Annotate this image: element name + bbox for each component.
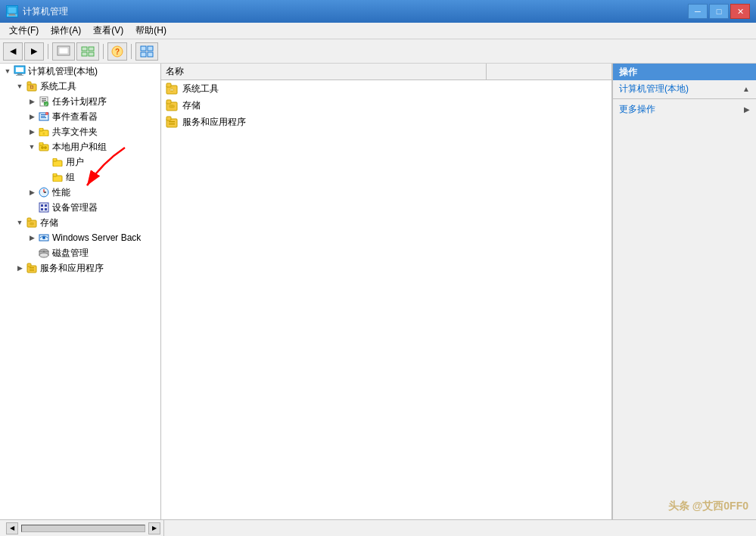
window-title: 计算机管理 (23, 5, 68, 18)
action-more[interactable]: 更多操作 ▶ (613, 101, 756, 117)
svg-rect-47 (39, 203, 48, 212)
close-button[interactable]: ✕ (730, 4, 750, 19)
svg-rect-1 (9, 14, 15, 15)
svg-rect-68 (170, 89, 173, 91)
actions-header: 操作 (613, 64, 756, 80)
tree-root[interactable]: ▼ 计算机管理(本地) (0, 64, 160, 79)
toolbar-btn-1[interactable] (52, 42, 75, 61)
actions-panel: 操作 计算机管理(本地) ▲ 更多操作 ▶ (612, 64, 756, 519)
svg-point-40 (41, 146, 44, 149)
tree-windows-server-backup[interactable]: ▶ Windows Server Back (0, 230, 160, 245)
svg-rect-45 (53, 173, 57, 176)
svg-rect-6 (89, 47, 94, 51)
svg-rect-75 (169, 123, 175, 125)
system-tools-expander: ▼ (14, 80, 26, 92)
shared-folders-label: 共享文件夹 (52, 126, 98, 139)
users-folder-icon (51, 156, 64, 168)
scroll-left-btn[interactable]: ◀ (6, 522, 18, 534)
task-icon: ✓ (38, 95, 50, 108)
system-tools-label: 系统工具 (40, 80, 76, 93)
svg-rect-5 (82, 47, 87, 51)
groups-label: 组 (66, 171, 75, 184)
help-button[interactable]: ? (107, 42, 127, 61)
task-expander: ▶ (26, 95, 38, 108)
action-primary[interactable]: 计算机管理(本地) ▲ (613, 80, 756, 97)
svg-rect-13 (141, 52, 146, 57)
perf-expander: ▶ (26, 186, 38, 198)
menu-view[interactable]: 查看(V) (87, 23, 129, 39)
action-more-label: 更多操作 (619, 103, 744, 116)
svg-rect-32 (41, 117, 46, 118)
tree-event-viewer[interactable]: ▶ ! 事件查看器 (0, 109, 160, 124)
menu-help[interactable]: 帮助(H) (129, 23, 173, 39)
performance-icon (38, 186, 50, 198)
svg-rect-8 (89, 52, 94, 56)
local-users-label: 本地用户和组 (52, 141, 107, 154)
toolbar-btn-2[interactable] (76, 42, 99, 61)
main-container: ▼ 计算机管理(本地) ▼ (0, 64, 756, 519)
svg-rect-62 (27, 263, 31, 266)
event-icon: ! (38, 111, 50, 123)
tree-storage[interactable]: ▼ 存储 (0, 215, 160, 230)
toolbar-separator-3 (131, 44, 132, 59)
computer-icon (14, 65, 26, 77)
maximize-button[interactable]: □ (709, 4, 729, 19)
content-system-tools-icon (166, 83, 178, 95)
event-viewer-label: 事件查看器 (52, 111, 98, 123)
tree-users[interactable]: ▶ 用户 (0, 154, 160, 170)
svg-rect-17 (17, 73, 22, 75)
tree-shared-folders[interactable]: ▶ ≡ 共享文件夹 (0, 124, 160, 139)
content-row-services[interactable]: 服务和应用程序 (161, 114, 611, 130)
svg-rect-2 (8, 15, 16, 16)
storage-expander: ▼ (14, 217, 26, 229)
tree-services[interactable]: ▶ 服务和应用程序 (0, 260, 160, 276)
disk-management-label: 磁盘管理 (52, 247, 89, 260)
shared-expander: ▶ (26, 126, 38, 138)
svg-rect-74 (169, 121, 175, 123)
menu-file[interactable]: 文件(F) (3, 23, 45, 39)
tree-local-users[interactable]: ▼ 本地用户和组 (0, 139, 160, 154)
window-controls: ─ □ ✕ (688, 4, 750, 19)
content-row-system-tools[interactable]: 系统工具 (161, 80, 611, 97)
forward-button[interactable]: ▶ (24, 42, 44, 61)
menu-action[interactable]: 操作(A) (45, 23, 87, 39)
actions-header-label: 操作 (619, 66, 637, 79)
svg-rect-16 (16, 67, 23, 72)
tree-task-scheduler[interactable]: ▶ ✓ 任务计划程序 (0, 94, 160, 109)
svg-rect-51 (45, 208, 47, 210)
minimize-button[interactable]: ─ (688, 4, 708, 19)
local-users-icon (38, 141, 50, 153)
extra-button[interactable] (135, 42, 158, 61)
tree-device-manager[interactable]: ▶ 设备管理器 (0, 200, 160, 215)
svg-point-54 (30, 223, 34, 226)
action-more-arrow: ▶ (744, 105, 750, 114)
title-bar-left: 计算机管理 (6, 5, 68, 18)
svg-rect-18 (16, 75, 23, 76)
svg-text:✓: ✓ (45, 102, 48, 107)
svg-rect-43 (53, 158, 57, 161)
wsb-expander: ▶ (26, 232, 38, 244)
back-button[interactable]: ◀ (3, 42, 23, 61)
groups-folder-icon (51, 171, 64, 183)
svg-text:≡: ≡ (43, 131, 45, 136)
tree-disk-management[interactable]: ▶ 磁盘管理 (0, 245, 160, 260)
tree-system-tools[interactable]: ▼ 系统工具 (0, 79, 160, 94)
task-scheduler-label: 任务计划程序 (52, 95, 107, 108)
content-row-storage[interactable]: 存储 (161, 97, 611, 114)
svg-rect-63 (30, 267, 34, 269)
svg-rect-7 (82, 52, 87, 56)
svg-point-56 (42, 236, 45, 239)
svg-point-60 (43, 251, 45, 252)
svg-rect-48 (41, 204, 43, 207)
svg-rect-70 (166, 100, 171, 104)
content-services-label: 服务和应用程序 (182, 116, 246, 129)
tree-groups[interactable]: ▶ 组 (0, 170, 160, 185)
svg-rect-0 (8, 7, 17, 14)
svg-rect-4 (59, 48, 68, 54)
root-label: 计算机管理(本地) (28, 65, 98, 78)
scroll-right-btn[interactable]: ▶ (148, 522, 160, 534)
content-system-tools-label: 系统工具 (182, 83, 219, 95)
svg-point-59 (39, 253, 48, 257)
tree-performance[interactable]: ▶ 性能 (0, 185, 160, 200)
local-users-expander: ▼ (26, 141, 38, 153)
